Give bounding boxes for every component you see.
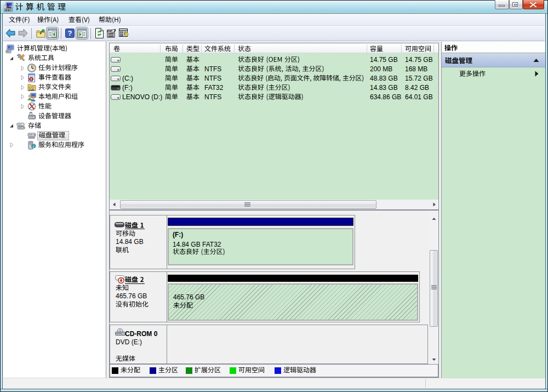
svg-text:?: ? [68, 29, 72, 37]
